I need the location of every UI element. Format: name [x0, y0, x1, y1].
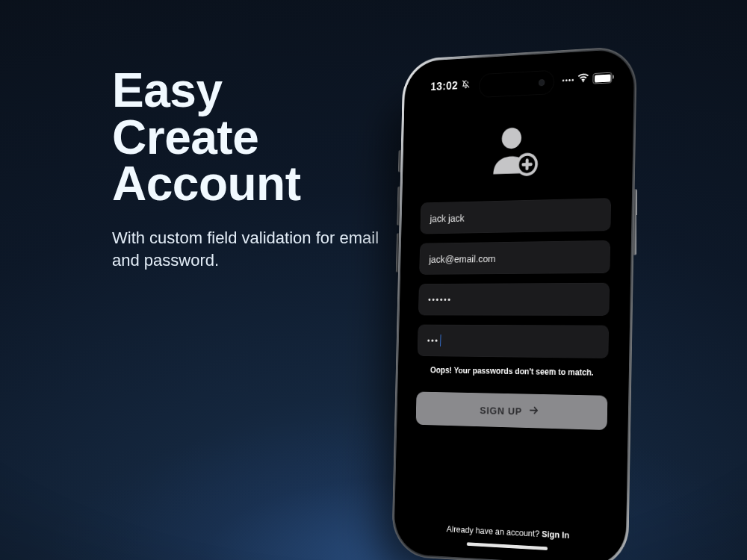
password-value: ••••••	[428, 295, 452, 305]
title-line3: Account	[112, 157, 301, 211]
svg-rect-4	[521, 163, 532, 167]
phone-screen: 13:02	[400, 56, 627, 560]
validation-error: Oops! Your passwords don't seem to match…	[417, 365, 608, 378]
signin-link[interactable]: Sign In	[542, 529, 569, 541]
confirm-password-field[interactable]: •••	[418, 325, 609, 358]
phone-frame: 13:02	[391, 46, 637, 560]
signin-prompt: Already have an account?	[447, 523, 542, 538]
svg-point-0	[502, 127, 522, 149]
email-value: jack@email.com	[429, 252, 495, 264]
signup-button[interactable]: SIGN UP	[416, 392, 608, 431]
phone-mockup: 13:02	[391, 46, 637, 560]
person-add-icon	[421, 118, 613, 186]
marketing-title: Easy Create Account	[112, 67, 381, 208]
marketing-copy: Easy Create Account With custom field va…	[112, 67, 381, 272]
title-line1: Easy	[112, 63, 222, 117]
signup-button-label: SIGN UP	[480, 404, 522, 417]
confirm-value: •••	[427, 335, 439, 345]
title-line2: Create	[112, 111, 258, 164]
home-indicator[interactable]	[467, 542, 548, 550]
promo-stage: Easy Create Account With custom field va…	[0, 0, 747, 560]
text-caret	[440, 335, 441, 346]
signin-footer: Already have an account? Sign In	[400, 521, 620, 543]
password-field[interactable]: ••••••	[418, 283, 610, 316]
email-field[interactable]: jack@email.com	[419, 240, 610, 275]
arrow-right-icon	[528, 404, 539, 418]
name-value: jack jack	[430, 212, 464, 224]
name-field[interactable]: jack jack	[420, 198, 611, 234]
signup-screen: jack jack jack@email.com •••••• ••• Oops…	[400, 56, 627, 560]
marketing-subtitle: With custom field validation for email a…	[112, 227, 381, 271]
